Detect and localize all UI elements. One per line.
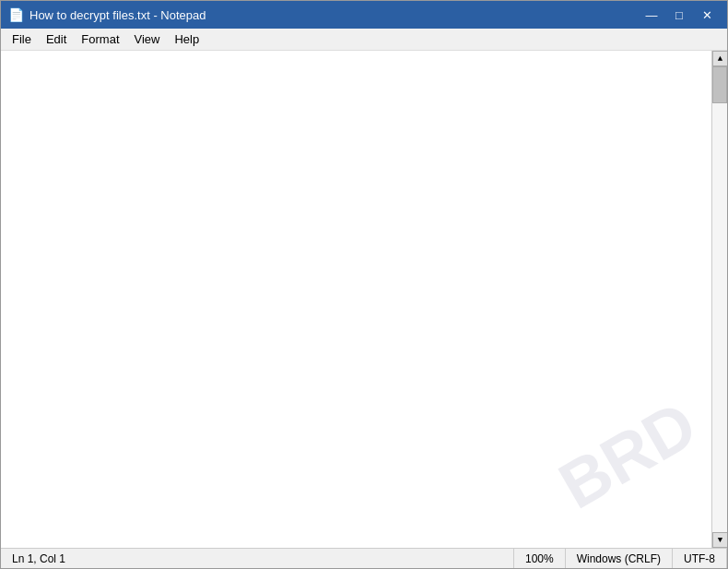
menu-edit[interactable]: Edit xyxy=(39,30,74,48)
menu-format[interactable]: Format xyxy=(74,30,126,48)
scroll-thumb[interactable] xyxy=(712,66,727,103)
close-button[interactable]: ✕ xyxy=(694,6,720,24)
title-bar-left: 📄 How to decrypt files.txt - Notepad xyxy=(8,7,205,23)
scroll-track[interactable] xyxy=(712,66,727,532)
scrollbar-vertical[interactable]: ▲ ▼ xyxy=(711,51,727,548)
text-editor[interactable] xyxy=(1,51,711,548)
status-bar: Ln 1, Col 1 100% Windows (CRLF) UTF-8 xyxy=(1,548,727,568)
menu-view[interactable]: View xyxy=(127,30,168,48)
status-encoding: UTF-8 xyxy=(673,549,727,568)
menu-file[interactable]: File xyxy=(5,30,39,48)
maximize-button[interactable]: □ xyxy=(666,6,692,24)
menu-help[interactable]: Help xyxy=(167,30,206,48)
content-area: BRD ▲ ▼ xyxy=(1,51,727,548)
title-bar: 📄 How to decrypt files.txt - Notepad — □… xyxy=(1,1,727,29)
status-position: Ln 1, Col 1 xyxy=(1,549,514,568)
status-zoom: 100% xyxy=(514,549,566,568)
app-icon: 📄 xyxy=(8,7,24,23)
minimize-button[interactable]: — xyxy=(639,6,664,24)
window-controls: — □ ✕ xyxy=(639,6,720,24)
menu-bar: File Edit Format View Help xyxy=(1,29,727,51)
notepad-window: 📄 How to decrypt files.txt - Notepad — □… xyxy=(0,0,728,569)
scroll-up-button[interactable]: ▲ xyxy=(712,51,727,66)
scroll-down-button[interactable]: ▼ xyxy=(712,532,727,548)
status-line-ending: Windows (CRLF) xyxy=(566,549,673,568)
window-title: How to decrypt files.txt - Notepad xyxy=(29,8,205,22)
